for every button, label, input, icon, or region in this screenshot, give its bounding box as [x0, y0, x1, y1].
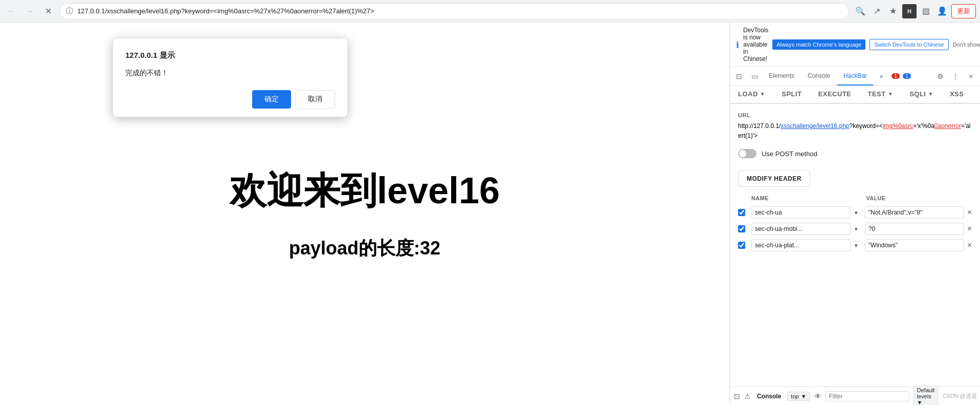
console-bottom-inspect[interactable]: ⊡: [734, 389, 740, 403]
alert-buttons: 确定 取消: [125, 90, 335, 109]
use-post-toggle[interactable]: [738, 149, 756, 158]
test-dropdown-arrow: ▼: [888, 91, 893, 97]
tab-elements[interactable]: Elements: [763, 67, 800, 86]
header-3-checkbox[interactable]: [738, 242, 745, 249]
header-columns: Name Value: [738, 195, 972, 201]
profile-icon[interactable]: 👤: [935, 4, 949, 18]
address-bar[interactable]: ⓘ 127.0.0.1/xsschallenge/level16.php?key…: [59, 3, 849, 19]
alert-dialog: 127.0.0.1 显示 完成的不错！ 确定 取消: [113, 38, 348, 117]
console-bottom-device[interactable]: ⚠: [744, 389, 751, 403]
device-toolbar-button[interactable]: ▭: [747, 69, 762, 83]
dont-show-link[interactable]: Don't show again: [953, 41, 980, 48]
hackbar-tab-sqli[interactable]: SQLI ▼: [901, 85, 942, 103]
address-text: 127.0.0.1/xsschallenge/level16.php?keywo…: [77, 7, 842, 15]
notification-text: DevTools is now available in Chinese!: [743, 27, 768, 62]
search-icon[interactable]: 🔍: [853, 4, 867, 18]
header-3-delete-button[interactable]: ×: [967, 241, 972, 249]
header-1-dropdown-arrow[interactable]: ▼: [854, 210, 861, 216]
page-title: 欢迎来到level16: [230, 166, 500, 216]
update-button[interactable]: 更新: [951, 4, 976, 18]
header-2-checkbox[interactable]: [738, 225, 745, 232]
browser-chrome: ← → ✕ ⓘ 127.0.0.1/xsschallenge/level16.p…: [0, 0, 980, 23]
alert-message: 完成的不错！: [125, 69, 335, 78]
extensions-icon[interactable]: ▨: [919, 4, 933, 18]
header-2-value[interactable]: [865, 223, 964, 235]
url-highlight-onerror: 0aonerror: [934, 122, 961, 130]
header-row-2: ▼ ×: [738, 223, 972, 235]
bookmark-icon[interactable]: ★: [886, 4, 900, 18]
default-levels-label: Default levels: [917, 387, 935, 399]
sqli-dropdown-arrow: ▼: [928, 91, 933, 97]
header-1-delete-button[interactable]: ×: [967, 208, 972, 217]
devtools-close-button[interactable]: ×: [964, 69, 978, 83]
url-section: URL http://127.0.0.1/xsschallenge/level1…: [738, 112, 972, 141]
url-prefix: http://127.0.0.1/: [738, 122, 781, 130]
top-dropdown-arrow: ▼: [801, 393, 807, 399]
hackbar-tab-execute[interactable]: EXECUTE: [810, 85, 860, 103]
warning-badge: 1: [903, 73, 911, 79]
load-dropdown-arrow: ▼: [760, 91, 765, 97]
header-3-dropdown-arrow[interactable]: ▼: [854, 243, 861, 248]
url-label: URL: [738, 112, 972, 118]
switch-chinese-button[interactable]: Switch DevTools to Chinese: [870, 39, 948, 50]
forward-button[interactable]: →: [23, 4, 37, 18]
value-col-label: Value: [855, 195, 968, 201]
url-value: http://127.0.0.1/xsschallenge/level16.ph…: [738, 121, 972, 141]
url-link: xsschallenge/level16.php: [781, 122, 849, 130]
back-button[interactable]: ←: [4, 4, 18, 18]
hackbar-ext-icon[interactable]: H: [902, 4, 917, 18]
header-row-3: ▼ ×: [738, 239, 972, 251]
devtools-more-options-button[interactable]: ⋮: [948, 69, 963, 83]
top-label: top: [791, 393, 798, 399]
url-highlight-img: img%0asrc: [883, 122, 913, 130]
use-post-label: Use POST method: [762, 150, 817, 158]
hackbar-tab-load[interactable]: LOAD ▼: [730, 85, 773, 103]
main-area: 欢迎来到level16 payload的长度:32 127.0.0.1 显示 完…: [0, 23, 980, 405]
alert-cancel-button[interactable]: 取消: [295, 90, 335, 109]
info-icon: ℹ: [736, 40, 739, 50]
header-1-checkbox[interactable]: [738, 209, 745, 216]
reload-button[interactable]: ✕: [41, 4, 55, 18]
devtools-bottom-bar: ⊡ ⚠ Console top ▼ 👁 Default levels ▼ CSD…: [730, 387, 980, 405]
devtools-toolbar: ⊡ ▭ Elements Console HackBar » 1 1 ⚙ ⋮ ×: [730, 67, 980, 86]
alert-header: 127.0.0.1 显示: [125, 51, 335, 60]
alert-confirm-button[interactable]: 确定: [252, 90, 291, 109]
tab-hackbar[interactable]: HackBar: [837, 67, 873, 86]
console-bottom-tab[interactable]: Console: [755, 393, 783, 400]
hackbar-tabs: LOAD ▼ SPLIT EXECUTE TEST ▼ SQLI ▼ XSS: [730, 86, 980, 104]
hackbar-content: URL http://127.0.0.1/xsschallenge/level1…: [730, 104, 980, 387]
modify-header-button[interactable]: MODIFY HEADER: [738, 170, 810, 187]
top-context-dropdown[interactable]: top ▼: [787, 392, 810, 401]
more-tabs-button[interactable]: »: [874, 69, 888, 83]
devtools-settings-button[interactable]: ⚙: [933, 69, 947, 83]
console-filter-input[interactable]: [826, 391, 909, 401]
inspect-element-button[interactable]: ⊡: [732, 69, 746, 83]
page-content: 欢迎来到level16 payload的长度:32 127.0.0.1 显示 完…: [0, 23, 729, 405]
default-levels-dropdown[interactable]: Default levels ▼: [914, 386, 939, 406]
watermark: CSDN @逍遥: [942, 392, 976, 400]
header-1-name[interactable]: [751, 206, 851, 219]
error-badge: 1: [892, 73, 900, 79]
lock-icon: ⓘ: [66, 7, 73, 16]
tab-console[interactable]: Console: [801, 67, 836, 86]
hackbar-tab-split[interactable]: SPLIT: [773, 85, 810, 103]
header-2-delete-button[interactable]: ×: [967, 225, 972, 233]
devtools-panel: ℹ DevTools is now available in Chinese! …: [729, 23, 980, 405]
hackbar-tab-xss[interactable]: XSS: [942, 85, 972, 103]
header-3-value[interactable]: [865, 239, 964, 251]
header-2-dropdown-arrow[interactable]: ▼: [854, 226, 861, 232]
match-language-button[interactable]: Always match Chrome's language: [772, 39, 865, 50]
console-eye-button[interactable]: 👁: [814, 392, 821, 400]
header-row-1: ▼ ×: [738, 206, 972, 219]
share-icon[interactable]: ↗: [870, 4, 884, 18]
header-3-name[interactable]: [751, 239, 851, 251]
devtools-notification: ℹ DevTools is now available in Chinese! …: [730, 23, 980, 67]
payload-length: payload的长度:32: [289, 236, 440, 261]
use-post-row: Use POST method: [738, 149, 972, 158]
toolbar-icons: 🔍 ↗ ★ H ▨ 👤 更新: [853, 4, 976, 18]
hackbar-tab-test[interactable]: TEST ▼: [860, 85, 902, 103]
header-1-value[interactable]: [865, 206, 964, 219]
name-col-label: Name: [738, 195, 851, 201]
header-2-name[interactable]: [751, 223, 851, 235]
